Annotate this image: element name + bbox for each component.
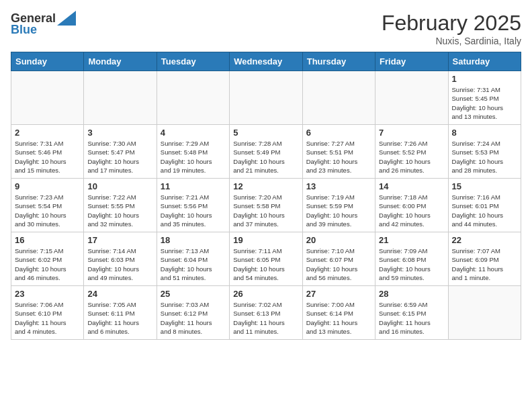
day-number: 20: [306, 235, 371, 245]
weekday-header: Thursday: [302, 52, 375, 71]
day-number: 2: [15, 128, 80, 138]
day-number: 19: [233, 235, 298, 245]
day-number: 8: [452, 128, 517, 138]
day-info: Sunrise: 7:05 AM Sunset: 6:11 PM Dayligh…: [87, 300, 152, 336]
day-number: 18: [161, 235, 226, 245]
day-number: 23: [15, 289, 80, 299]
title-block: February 2025 Nuxis, Sardinia, Italy: [382, 11, 521, 46]
calendar-cell: 17Sunrise: 7:14 AM Sunset: 6:03 PM Dayli…: [84, 232, 157, 286]
day-number: 15: [452, 181, 517, 191]
month-title: February 2025: [382, 11, 521, 36]
day-info: Sunrise: 6:59 AM Sunset: 6:15 PM Dayligh…: [379, 300, 444, 336]
calendar-week-row: 2Sunrise: 7:31 AM Sunset: 5:46 PM Daylig…: [11, 125, 521, 179]
day-info: Sunrise: 7:29 AM Sunset: 5:48 PM Dayligh…: [161, 139, 226, 175]
calendar-cell: [157, 71, 229, 125]
day-info: Sunrise: 7:15 AM Sunset: 6:02 PM Dayligh…: [15, 246, 80, 282]
calendar-cell: 13Sunrise: 7:19 AM Sunset: 5:59 PM Dayli…: [302, 179, 375, 232]
calendar-cell: 12Sunrise: 7:20 AM Sunset: 5:58 PM Dayli…: [230, 179, 302, 232]
day-number: 16: [15, 235, 80, 245]
day-number: 10: [87, 181, 152, 191]
day-number: 21: [379, 235, 444, 245]
calendar-cell: 6Sunrise: 7:27 AM Sunset: 5:51 PM Daylig…: [302, 125, 375, 179]
calendar-cell: 5Sunrise: 7:28 AM Sunset: 5:49 PM Daylig…: [230, 125, 302, 179]
day-number: 27: [306, 289, 371, 299]
calendar-cell: 10Sunrise: 7:22 AM Sunset: 5:55 PM Dayli…: [84, 179, 157, 232]
weekday-header: Wednesday: [230, 52, 302, 71]
calendar-cell: [302, 71, 375, 125]
calendar-table: SundayMondayTuesdayWednesdayThursdayFrid…: [11, 52, 521, 340]
svg-marker-0: [57, 11, 76, 26]
day-number: 22: [452, 235, 517, 245]
page-header: General Blue February 2025 Nuxis, Sardin…: [11, 11, 521, 46]
day-info: Sunrise: 7:09 AM Sunset: 6:08 PM Dayligh…: [379, 246, 444, 282]
day-info: Sunrise: 7:02 AM Sunset: 6:13 PM Dayligh…: [233, 300, 298, 336]
calendar-cell: [230, 71, 302, 125]
day-number: 6: [306, 128, 371, 138]
calendar-week-row: 9Sunrise: 7:23 AM Sunset: 5:54 PM Daylig…: [11, 179, 521, 232]
day-number: 26: [233, 289, 298, 299]
day-number: 11: [161, 181, 226, 191]
day-number: 28: [379, 289, 444, 299]
calendar-cell: 14Sunrise: 7:18 AM Sunset: 6:00 PM Dayli…: [375, 179, 448, 232]
day-info: Sunrise: 7:20 AM Sunset: 5:58 PM Dayligh…: [233, 193, 298, 228]
calendar-cell: 18Sunrise: 7:13 AM Sunset: 6:04 PM Dayli…: [157, 232, 229, 286]
day-number: 17: [87, 235, 152, 245]
calendar-cell: 23Sunrise: 7:06 AM Sunset: 6:10 PM Dayli…: [11, 286, 84, 340]
calendar-cell: 2Sunrise: 7:31 AM Sunset: 5:46 PM Daylig…: [11, 125, 84, 179]
weekday-header: Saturday: [448, 52, 521, 71]
day-info: Sunrise: 7:18 AM Sunset: 6:00 PM Dayligh…: [379, 193, 444, 228]
calendar-cell: 21Sunrise: 7:09 AM Sunset: 6:08 PM Dayli…: [375, 232, 448, 286]
logo-icon: [57, 11, 76, 26]
calendar-cell: [375, 71, 448, 125]
day-number: 25: [161, 289, 226, 299]
weekday-header: Sunday: [11, 52, 84, 71]
day-number: 4: [161, 128, 226, 138]
day-info: Sunrise: 7:14 AM Sunset: 6:03 PM Dayligh…: [87, 246, 152, 282]
day-info: Sunrise: 7:07 AM Sunset: 6:09 PM Dayligh…: [452, 246, 517, 282]
day-info: Sunrise: 7:31 AM Sunset: 5:46 PM Dayligh…: [15, 139, 80, 175]
weekday-header-row: SundayMondayTuesdayWednesdayThursdayFrid…: [11, 52, 521, 71]
calendar-cell: [448, 286, 521, 340]
calendar-cell: 25Sunrise: 7:03 AM Sunset: 6:12 PM Dayli…: [157, 286, 229, 340]
calendar-cell: 7Sunrise: 7:26 AM Sunset: 5:52 PM Daylig…: [375, 125, 448, 179]
calendar-cell: [11, 71, 84, 125]
day-info: Sunrise: 7:03 AM Sunset: 6:12 PM Dayligh…: [161, 300, 226, 336]
day-number: 7: [379, 128, 444, 138]
day-info: Sunrise: 7:30 AM Sunset: 5:47 PM Dayligh…: [87, 139, 152, 175]
day-info: Sunrise: 7:19 AM Sunset: 5:59 PM Dayligh…: [306, 193, 371, 228]
day-info: Sunrise: 7:11 AM Sunset: 6:05 PM Dayligh…: [233, 246, 298, 282]
day-info: Sunrise: 7:06 AM Sunset: 6:10 PM Dayligh…: [15, 300, 80, 336]
logo: General Blue: [11, 11, 76, 37]
weekday-header: Monday: [84, 52, 157, 71]
day-info: Sunrise: 7:24 AM Sunset: 5:53 PM Dayligh…: [452, 139, 517, 175]
weekday-header: Tuesday: [157, 52, 229, 71]
day-info: Sunrise: 7:23 AM Sunset: 5:54 PM Dayligh…: [15, 193, 80, 228]
calendar-cell: [84, 71, 157, 125]
calendar-cell: 28Sunrise: 6:59 AM Sunset: 6:15 PM Dayli…: [375, 286, 448, 340]
calendar-week-row: 1Sunrise: 7:31 AM Sunset: 5:45 PM Daylig…: [11, 71, 521, 125]
day-number: 12: [233, 181, 298, 191]
calendar-week-row: 23Sunrise: 7:06 AM Sunset: 6:10 PM Dayli…: [11, 286, 521, 340]
day-info: Sunrise: 7:26 AM Sunset: 5:52 PM Dayligh…: [379, 139, 444, 175]
calendar-cell: 27Sunrise: 7:00 AM Sunset: 6:14 PM Dayli…: [302, 286, 375, 340]
day-info: Sunrise: 7:10 AM Sunset: 6:07 PM Dayligh…: [306, 246, 371, 282]
day-number: 14: [379, 181, 444, 191]
day-info: Sunrise: 7:28 AM Sunset: 5:49 PM Dayligh…: [233, 139, 298, 175]
day-info: Sunrise: 7:27 AM Sunset: 5:51 PM Dayligh…: [306, 139, 371, 175]
calendar-cell: 19Sunrise: 7:11 AM Sunset: 6:05 PM Dayli…: [230, 232, 302, 286]
calendar-cell: 9Sunrise: 7:23 AM Sunset: 5:54 PM Daylig…: [11, 179, 84, 232]
calendar-cell: 26Sunrise: 7:02 AM Sunset: 6:13 PM Dayli…: [230, 286, 302, 340]
calendar-cell: 11Sunrise: 7:21 AM Sunset: 5:56 PM Dayli…: [157, 179, 229, 232]
calendar-cell: 4Sunrise: 7:29 AM Sunset: 5:48 PM Daylig…: [157, 125, 229, 179]
day-info: Sunrise: 7:21 AM Sunset: 5:56 PM Dayligh…: [161, 193, 226, 228]
calendar-cell: 24Sunrise: 7:05 AM Sunset: 6:11 PM Dayli…: [84, 286, 157, 340]
calendar-cell: 3Sunrise: 7:30 AM Sunset: 5:47 PM Daylig…: [84, 125, 157, 179]
day-info: Sunrise: 7:13 AM Sunset: 6:04 PM Dayligh…: [161, 246, 226, 282]
calendar-cell: 1Sunrise: 7:31 AM Sunset: 5:45 PM Daylig…: [448, 71, 521, 125]
day-number: 5: [233, 128, 298, 138]
day-info: Sunrise: 7:16 AM Sunset: 6:01 PM Dayligh…: [452, 193, 517, 228]
day-number: 1: [452, 74, 517, 84]
day-number: 9: [15, 181, 80, 191]
day-number: 13: [306, 181, 371, 191]
day-info: Sunrise: 7:31 AM Sunset: 5:45 PM Dayligh…: [452, 85, 517, 121]
